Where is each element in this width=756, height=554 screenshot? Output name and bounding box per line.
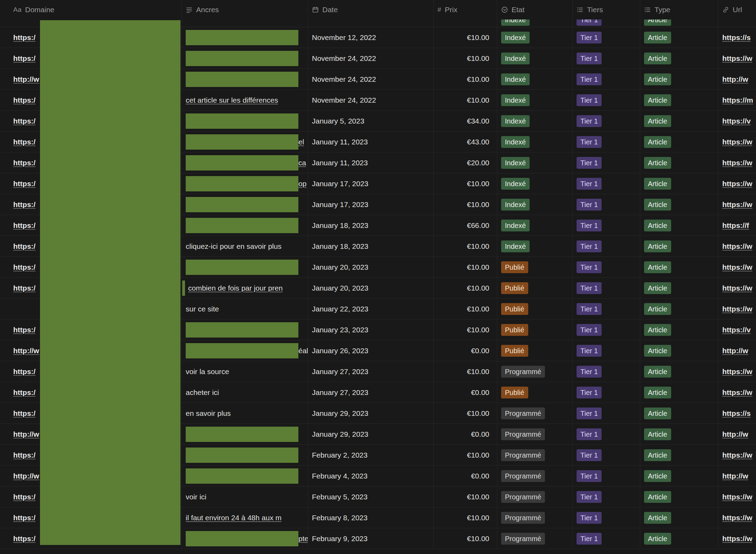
date-cell[interactable] xyxy=(308,19,434,27)
date-cell[interactable]: November 12, 2022 xyxy=(308,27,434,48)
date-cell[interactable]: January 27, 2023 xyxy=(308,361,434,382)
status-cell[interactable]: Publié xyxy=(497,299,573,319)
tier-cell[interactable]: Tier 1 xyxy=(573,111,640,131)
url-link[interactable]: https://w xyxy=(722,535,752,543)
price-cell[interactable]: €10.00 xyxy=(434,236,497,256)
tier-cell[interactable]: Tier 1 xyxy=(573,445,640,465)
anchor-cell[interactable] xyxy=(182,215,308,236)
domain-link[interactable]: https:/ xyxy=(13,409,35,418)
status-cell[interactable]: Indexé xyxy=(497,215,573,236)
type-cell[interactable]: Article xyxy=(640,152,718,173)
url-link[interactable]: https://w xyxy=(722,388,752,397)
tier-cell[interactable]: Tier 1 xyxy=(573,48,640,69)
anchor-cell[interactable]: éal xyxy=(182,340,308,361)
price-cell[interactable]: €10.00 xyxy=(434,278,497,298)
url-cell[interactable]: https://m xyxy=(718,90,756,110)
price-cell[interactable]: €20.00 xyxy=(434,152,497,173)
anchor-cell[interactable]: el xyxy=(182,132,308,152)
domain-link[interactable]: http://w xyxy=(13,75,39,84)
anchor-cell[interactable]: voir la source xyxy=(182,361,308,382)
url-cell[interactable]: https://s xyxy=(718,27,756,48)
anchor-cell[interactable] xyxy=(182,319,308,340)
anchor-link[interactable]: pte xyxy=(298,535,308,543)
tier-cell[interactable]: Tier 1 xyxy=(573,382,640,403)
price-cell[interactable]: €0.00 xyxy=(434,340,497,361)
anchor-cell[interactable]: ca xyxy=(182,152,308,173)
type-cell[interactable]: Article xyxy=(640,236,718,256)
domain-link[interactable]: https:/ xyxy=(13,138,35,146)
url-cell[interactable]: https://w xyxy=(718,194,756,215)
anchor-cell[interactable]: en savoir plus xyxy=(182,403,308,424)
type-cell[interactable]: Article xyxy=(640,27,718,48)
price-cell[interactable]: €43.00 xyxy=(434,132,497,152)
status-cell[interactable]: Indexé xyxy=(497,90,573,110)
type-cell[interactable]: Article xyxy=(640,340,718,361)
date-cell[interactable]: January 20, 2023 xyxy=(308,278,434,298)
date-cell[interactable]: January 29, 2023 xyxy=(308,424,434,444)
domain-link[interactable]: https:/ xyxy=(13,221,35,230)
type-cell[interactable]: Article xyxy=(640,486,718,507)
url-cell[interactable]: https://w xyxy=(718,278,756,298)
status-cell[interactable]: Programmé xyxy=(497,445,573,465)
url-link[interactable]: https://s xyxy=(722,33,751,42)
price-cell[interactable]: €10.00 xyxy=(434,69,497,89)
date-cell[interactable]: November 24, 2022 xyxy=(308,69,434,89)
type-cell[interactable]: Article xyxy=(640,257,718,277)
column-header-date[interactable]: Date xyxy=(308,0,434,19)
domain-link[interactable]: https:/ xyxy=(13,388,35,397)
date-cell[interactable]: January 17, 2023 xyxy=(308,194,434,215)
anchor-cell[interactable]: acheter ici xyxy=(182,382,308,403)
status-cell[interactable]: Programmé xyxy=(497,361,573,382)
anchor-cell[interactable]: sur ce site xyxy=(182,299,308,319)
anchor-cell[interactable] xyxy=(182,111,308,131)
url-cell[interactable]: http://w xyxy=(718,424,756,444)
url-link[interactable]: https://w xyxy=(722,242,752,251)
tier-cell[interactable]: Tier 1 xyxy=(573,236,640,256)
url-cell[interactable]: https://v xyxy=(718,319,756,340)
url-link[interactable]: https://w xyxy=(722,159,752,167)
date-cell[interactable]: January 11, 2023 xyxy=(308,132,434,152)
tier-cell[interactable]: Tier 1 xyxy=(573,173,640,194)
tier-cell[interactable]: Tier 1 xyxy=(573,132,640,152)
tier-cell[interactable]: Tier 1 xyxy=(573,361,640,382)
tier-cell[interactable]: Tier 1 xyxy=(573,69,640,89)
anchor-cell[interactable]: pte xyxy=(182,528,308,549)
domain-link[interactable]: https:/ xyxy=(13,96,35,104)
url-link[interactable]: https://w xyxy=(722,54,752,63)
url-link[interactable]: https://w xyxy=(722,367,752,376)
status-cell[interactable]: Programmé xyxy=(497,507,573,528)
type-cell[interactable]: Article xyxy=(640,528,718,549)
status-cell[interactable]: Publié xyxy=(497,319,573,340)
url-cell[interactable]: https://w xyxy=(718,507,756,528)
price-cell[interactable]: €10.00 xyxy=(434,257,497,277)
tier-cell[interactable]: Tier 1 xyxy=(573,152,640,173)
tier-cell[interactable]: Tier 1 xyxy=(573,90,640,110)
url-cell[interactable]: https://w xyxy=(718,173,756,194)
date-cell[interactable]: February 2, 2023 xyxy=(308,445,434,465)
price-cell[interactable]: €10.00 xyxy=(434,173,497,194)
date-cell[interactable]: February 5, 2023 xyxy=(308,486,434,507)
type-cell[interactable]: Article xyxy=(640,132,718,152)
tier-cell[interactable]: Tier 1 xyxy=(573,340,640,361)
anchor-link[interactable]: il faut environ 24 à 48h aux m xyxy=(186,514,282,522)
date-cell[interactable]: January 5, 2023 xyxy=(308,111,434,131)
url-cell[interactable]: https://w xyxy=(718,299,756,319)
domain-link[interactable]: https:/ xyxy=(13,367,35,376)
url-cell[interactable]: https://w xyxy=(718,236,756,256)
url-link[interactable]: http://w xyxy=(722,430,748,438)
url-link[interactable]: https://w xyxy=(722,514,752,522)
type-cell[interactable]: Article xyxy=(640,466,718,486)
type-cell[interactable]: Article xyxy=(640,319,718,340)
price-cell[interactable]: €10.00 xyxy=(434,486,497,507)
url-cell[interactable]: http://w xyxy=(718,466,756,486)
anchor-cell[interactable]: combien de fois par jour pren xyxy=(182,278,308,298)
anchor-link[interactable]: op xyxy=(298,180,306,188)
anchor-cell[interactable] xyxy=(182,19,308,27)
domain-link[interactable]: https:/ xyxy=(13,200,35,209)
url-cell[interactable]: http://w xyxy=(718,340,756,361)
url-cell[interactable]: https://v xyxy=(718,111,756,131)
date-cell[interactable]: February 4, 2023 xyxy=(308,466,434,486)
domain-link[interactable]: https:/ xyxy=(13,514,35,522)
status-cell[interactable]: Programmé xyxy=(497,466,573,486)
anchor-cell[interactable]: cliquez-ici pour en savoir plus xyxy=(182,236,308,256)
